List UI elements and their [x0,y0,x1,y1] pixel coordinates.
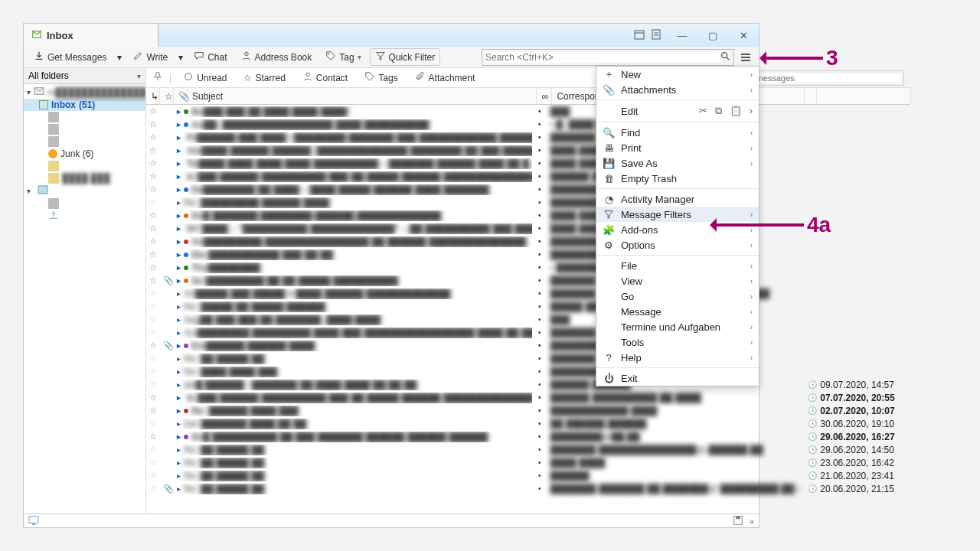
message-row[interactable]: ☆▸Sag██ ███ ███ ██ ███████, ████ ████•██… [146,313,910,326]
row-star[interactable]: ☆ [146,262,160,272]
row-star[interactable]: ☆ [146,458,160,468]
tag-button[interactable]: Tag ▾ [320,48,366,66]
tree-inbox[interactable]: Inbox (51) [24,99,145,111]
row-star[interactable]: ☆ [146,302,160,311]
col-read[interactable]: ∞ [537,88,552,104]
tree-folder-2[interactable] [24,123,145,135]
message-row[interactable]: ☆▸Re: ████ ████ ███•█████████ ██████ [146,365,910,378]
message-row[interactable]: ☆📎▸So █████████ ██ ██ █████ ██████████•█… [146,274,910,287]
message-row[interactable]: ☆▸Der ███████ ████ ██ ██•██ ██████ █████… [146,417,910,430]
col-star[interactable]: ☆ [160,88,174,104]
write-dropdown[interactable]: ▾ [176,52,185,63]
row-star[interactable]: ☆ [146,367,160,377]
window-maximize[interactable]: ▢ [697,24,728,47]
col-subject[interactable]: Subject [188,88,537,104]
row-star[interactable]: ☆ [146,393,160,403]
message-row[interactable]: ☆📎▸Re: ██ █████ ██•███████-███████ ██ ██… [146,482,910,495]
menu-activity-manager[interactable]: ◔Activity Manager [596,191,759,207]
tab-inbox[interactable]: Inbox [24,24,158,47]
message-row[interactable]: ☆▸Re: ██ █████ ██•██████🕓21.06.2020, 23:… [146,469,910,482]
tasks-icon[interactable] [650,28,662,43]
filter-attachment[interactable]: Attachment [410,69,481,86]
message-row[interactable]: ☆▸Ihr█ ██████████ ██ ███ ███████ ██████ … [146,430,910,443]
message-row[interactable]: ☆▸Am████ ██████ ██████: ██████████████ █… [146,144,910,157]
tree-junk[interactable]: Junk (6) [24,148,145,160]
folder-mode-select[interactable]: All folders ▾ [24,68,145,84]
menu-file[interactable]: File› [596,258,759,273]
tree-local-1[interactable] [24,197,145,210]
tree-folder-3[interactable] [24,135,145,148]
message-row[interactable]: ☆▸Aut████████ █████████ ████ ███ ███████… [146,326,910,339]
menu-empty-trash[interactable]: 🗑Empty Trash [596,171,759,186]
chat-button[interactable]: Chat [188,48,232,66]
menu-exit[interactable]: ⏻Exit [596,370,759,386]
col-attach[interactable]: 📎 [174,88,188,104]
col-thread[interactable]: ↳ [146,88,160,104]
tree-account[interactable]: ▾ m██████████████loud.com [24,86,145,99]
row-star[interactable]: ☆ [146,380,160,390]
message-row[interactable]: ☆▸In ███ ██████ ██████████ ███ ██ █████ … [146,170,910,183]
message-row[interactable]: ☆▸Re: █████ ██ █████ ██████•█████ ██████… [146,300,910,313]
menu-tools[interactable]: Tools› [596,334,759,350]
message-row[interactable]: ☆▸Bo███ ███ ██ ████ ████ ████!•███ [146,105,910,118]
message-row[interactable]: ☆▸De████████ ██ ████ – ████ █████ ██████… [146,183,910,196]
pin-icon[interactable] [152,71,163,84]
tree-folder-4[interactable] [24,160,145,172]
cut-icon[interactable]: ✂ [699,105,707,117]
global-search[interactable] [482,49,734,66]
row-star[interactable]: ☆ [146,223,160,233]
row-star[interactable]: ☆ [146,249,160,259]
row-star[interactable]: ☆ [146,132,160,142]
online-icon[interactable] [28,516,39,527]
message-row[interactable]: ☆▸Re: ██ █████ ██•███████ ██████ [146,352,910,365]
get-messages-dropdown[interactable]: ▾ [115,52,124,63]
row-star[interactable]: ☆ [146,432,160,442]
message-row[interactable]: ☆▸Tw████ ████ ████ ████ ██████████ – ███… [146,157,910,170]
row-star[interactable]: ☆ [146,171,160,181]
address-book-button[interactable]: Address Book [236,48,318,66]
row-star[interactable]: ☆ [146,184,160,194]
calendar-icon[interactable] [633,28,645,43]
row-star[interactable]: ☆ [146,341,160,350]
message-row[interactable]: ☆▸Re: ██████ ████ ███•████████████ ████🕓… [146,404,910,417]
filter-tags[interactable]: Tags [359,69,403,86]
menu-help[interactable]: ?Help› [596,350,759,365]
menu-find[interactable]: 🔍Find› [596,125,759,140]
menu-options[interactable]: ⚙Options› [596,237,759,253]
row-star[interactable]: ☆ [146,197,160,207]
copy-icon[interactable]: ⧉ [715,105,722,117]
message-row[interactable]: ☆📎▸Ein██████ ██████ ████•█████████.█████… [146,339,910,352]
quick-filter-button[interactable]: Quick Filter [370,48,441,66]
message-row[interactable]: ☆▸Re: █████████ ██████ ████•█████████ ██… [146,196,910,209]
row-star[interactable]: ☆ [146,106,160,116]
message-row[interactable]: ☆▸Re: ██ █████ ██•███████ ██████████████… [146,443,910,456]
filter-contact[interactable]: Contact [297,69,353,86]
row-star[interactable]: ☆ [146,328,160,337]
menu-view[interactable]: View› [596,273,759,289]
message-row[interactable]: ☆▸Re: ██ █████ ██•████ ████🕓23.06.2020, … [146,456,910,469]
paste-icon[interactable]: 📋 [730,105,742,117]
row-star[interactable]: ☆ [146,471,160,481]
menu-save-as[interactable]: 💾Save As› [596,155,759,171]
menu-message[interactable]: Message› [596,304,759,319]
message-row[interactable]: ☆▸Thu████████•• ██████████████@██████.██… [146,261,910,274]
message-row[interactable]: ☆▸Au██: █████████████████ ████ █████████… [146,118,910,131]
row-star[interactable]: ☆ [146,145,160,155]
row-star[interactable]: ☆ [146,289,160,298]
menu-new[interactable]: ＋New› [596,67,759,82]
menu-go[interactable]: Go› [596,289,759,304]
row-star[interactable]: ☆ [146,158,160,168]
message-row[interactable]: ☆▸Pr██████ ███ ████ / ████████ ███████ █… [146,131,910,144]
tree-local-2[interactable] [24,210,145,223]
filter-unread[interactable]: Unread [178,69,232,86]
message-row[interactable]: ☆▸akt█ ██████ / ███████ ██.████ ████ ██:… [146,378,910,391]
row-star[interactable]: ☆ [146,354,160,364]
window-minimize[interactable]: — [667,24,697,47]
tree-folder-1[interactable] [24,111,145,123]
get-messages-button[interactable]: Get Messages [28,48,112,66]
col-junk-indicator[interactable] [805,88,817,104]
message-row[interactable]: ☆▸Art█████ ███ █████ ♥ ████ ██████ █████… [146,287,910,300]
filter-starred[interactable]: ☆Starred [238,70,290,86]
tree-localfolders[interactable]: ▾ [24,184,145,197]
menu-attachments[interactable]: 📎Attachments› [596,82,759,97]
